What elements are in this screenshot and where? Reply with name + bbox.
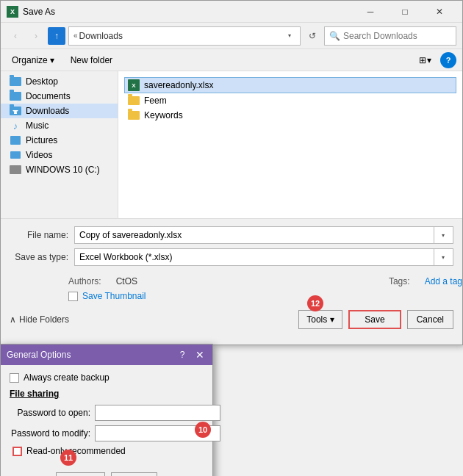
content-area: Desktop Documents Downloads <box>1 71 462 218</box>
sidebar-label-documents: Documents <box>26 91 71 101</box>
always-backup-checkbox[interactable] <box>10 373 19 383</box>
save-thumbnail-checkbox[interactable] <box>68 292 78 301</box>
sidebar: Desktop Documents Downloads <box>1 71 118 218</box>
address-bar[interactable]: « Downloads ▾ <box>68 26 301 46</box>
new-folder-button[interactable]: New folder <box>65 52 118 68</box>
hide-folders-label: Hide Folders <box>19 314 69 325</box>
gen-cancel-button[interactable]: Cancel <box>111 472 157 476</box>
add-tag-link[interactable]: Add a tag <box>425 276 462 286</box>
toolbar: Organize ▾ New folder ⊞ ▾ ? <box>1 49 462 71</box>
desktop-folder-icon <box>10 76 21 87</box>
badge-11: 11 <box>60 450 76 466</box>
maximize-button[interactable]: □ <box>388 1 422 23</box>
password-open-label: Password to open: <box>10 408 90 418</box>
app-icon: X <box>7 6 18 18</box>
sidebar-label-downloads: Downloads <box>26 106 69 116</box>
search-box[interactable]: 🔍 <box>324 26 456 46</box>
save-thumbnail-label: Save Thumbnail <box>82 291 146 301</box>
current-folder: Downloads <box>79 31 123 41</box>
downloads-folder-icon <box>10 106 21 116</box>
tools-arrow: ▾ <box>330 314 334 325</box>
folder-icon <box>128 111 140 120</box>
forward-button[interactable]: › <box>27 27 45 45</box>
view-options-button[interactable]: ⊞ ▾ <box>416 52 434 68</box>
sidebar-label-videos: Videos <box>26 150 52 160</box>
authors-value: CtOS <box>116 276 137 286</box>
saveastype-dropdown-arrow[interactable]: ▾ <box>434 249 448 265</box>
help-button[interactable]: ? <box>440 52 456 68</box>
saveastype-value: Excel Workbook (*.xlsx) <box>79 252 434 262</box>
folder-name: Keywords <box>144 110 183 120</box>
saveastype-select[interactable]: Excel Workbook (*.xlsx) ▾ <box>74 248 453 266</box>
excel-icon: X <box>128 79 140 91</box>
gen-action-bar: OK Cancel <box>1 468 212 476</box>
form-area: File name: ▾ Save as type: Excel Workboo… <box>1 218 462 276</box>
always-backup-row: Always create backup <box>10 372 204 383</box>
action-bar: ∧ Hide Folders Tools ▾ Save Cancel <box>1 307 462 335</box>
search-input[interactable] <box>343 31 451 41</box>
expand-icon: ∧ <box>10 314 16 325</box>
refresh-button[interactable]: ↺ <box>304 27 321 45</box>
sidebar-item-desktop[interactable]: Desktop <box>1 74 118 89</box>
save-as-dialog: X Save As ─ □ ✕ ‹ › ↑ « Downloads ▾ ↺ 🔍 … <box>0 0 463 345</box>
gen-dialog-title: General Options <box>7 350 171 360</box>
sidebar-item-windows10c[interactable]: WINDOWS 10 (C:) <box>1 162 118 177</box>
filename-input-wrapper[interactable]: ▾ <box>74 226 453 244</box>
list-item[interactable]: X savereadonly.xlsx <box>124 77 456 93</box>
tags-label: Tags: <box>389 276 410 286</box>
password-modify-label: Password to modify: <box>10 428 90 439</box>
readonly-checkbox[interactable] <box>12 447 22 456</box>
view-grid-icon: ⊞ <box>419 55 426 65</box>
close-button[interactable]: ✕ <box>423 1 456 23</box>
gen-help-button[interactable]: ? <box>176 348 189 361</box>
list-item[interactable]: Keywords <box>124 108 456 123</box>
tools-button[interactable]: Tools ▾ <box>298 310 342 329</box>
saveastype-row: Save as type: Excel Workbook (*.xlsx) ▾ <box>10 248 453 266</box>
badge-10: 10 <box>195 422 211 438</box>
window-controls: ─ □ ✕ <box>353 1 456 23</box>
saveastype-label: Save as type: <box>10 252 68 262</box>
sidebar-item-videos[interactable]: Videos <box>1 148 118 162</box>
password-open-row: Password to open: <box>10 405 204 421</box>
sidebar-label-pictures: Pictures <box>26 135 57 145</box>
address-dropdown-arrow[interactable]: ▾ <box>284 32 295 39</box>
general-options-dialog: General Options ? ✕ Always create backup… <box>0 344 213 476</box>
minimize-button[interactable]: ─ <box>353 1 387 23</box>
hide-folders-button[interactable]: ∧ Hide Folders <box>10 314 69 325</box>
filename-row: File name: ▾ <box>10 226 453 244</box>
save-button[interactable]: Save <box>348 310 401 329</box>
sidebar-label-desktop: Desktop <box>26 76 58 87</box>
music-icon: ♪ <box>10 120 21 131</box>
file-name: savereadonly.xlsx <box>144 80 214 90</box>
navigation-bar: ‹ › ↑ « Downloads ▾ ↺ 🔍 <box>1 23 462 49</box>
password-open-input[interactable] <box>95 405 220 421</box>
filename-input[interactable] <box>79 230 434 240</box>
gen-close-button[interactable]: ✕ <box>193 348 207 361</box>
sidebar-item-pictures[interactable]: Pictures <box>1 133 118 148</box>
videos-icon <box>10 150 21 160</box>
filename-dropdown[interactable]: ▾ <box>434 227 448 243</box>
badge-12: 12 <box>307 295 323 311</box>
organize-button[interactable]: Organize ▾ <box>7 52 60 68</box>
back-button[interactable]: ‹ <box>7 27 24 45</box>
address-path: « Downloads <box>73 31 281 41</box>
pictures-icon <box>10 135 21 145</box>
file-sharing-label: File sharing <box>10 389 204 399</box>
tools-label: Tools <box>306 314 327 325</box>
sidebar-item-documents[interactable]: Documents <box>1 89 118 104</box>
drive-icon <box>10 165 21 175</box>
up-button[interactable]: ↑ <box>48 27 65 45</box>
password-modify-row: Password to modify: <box>10 425 204 441</box>
gen-ok-button[interactable]: OK <box>56 472 105 476</box>
readonly-row: Read-only recommended <box>10 446 204 456</box>
sidebar-label-music: Music <box>26 120 49 131</box>
sidebar-item-downloads[interactable]: Downloads <box>1 104 118 118</box>
sidebar-item-music[interactable]: ♪ Music <box>1 118 118 133</box>
cancel-button[interactable]: Cancel <box>407 310 453 329</box>
folder-icon <box>128 96 140 105</box>
path-separator: « <box>73 32 78 40</box>
file-area: X savereadonly.xlsx Feem Keywords <box>118 71 462 218</box>
title-bar: X Save As ─ □ ✕ <box>1 1 462 23</box>
list-item[interactable]: Feem <box>124 93 456 108</box>
filename-label: File name: <box>10 230 68 240</box>
